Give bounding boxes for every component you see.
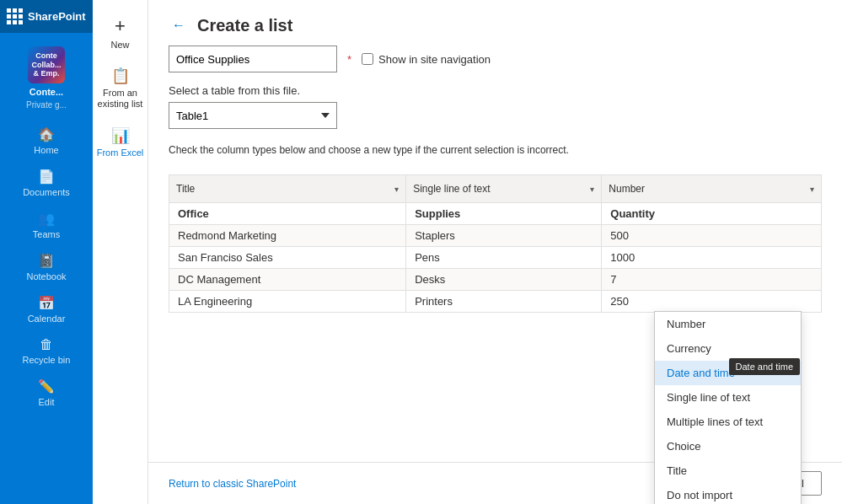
from-existing-list-button[interactable]: 📋 From an existing list [93, 60, 147, 116]
table-row: DC Management Desks 7 [169, 269, 822, 291]
cell-sf: San Franciso Sales [169, 247, 406, 269]
teams-icon: 👥 [38, 211, 55, 227]
grid-icon [7, 8, 23, 24]
sidebar-item-notebook[interactable]: 📓 Notebook [0, 246, 93, 288]
dropdown-item-currency[interactable]: Currency [655, 336, 801, 361]
cell-dc: DC Management [169, 269, 406, 291]
required-star: * [347, 53, 351, 66]
home-icon: 🏠 [38, 126, 55, 142]
col-header-singleline: Single line of text Title Number Currenc… [406, 175, 602, 203]
recycle-icon: 🗑 [40, 337, 53, 352]
new-icon: + [115, 15, 126, 37]
cell-office: Office [169, 203, 406, 225]
from-excel-label: From Excel [97, 147, 144, 158]
cell-1000: 1000 [602, 247, 822, 269]
sidebar-item-documents[interactable]: 📄 Documents [0, 162, 93, 204]
page-header: ← Create a list [148, 0, 842, 46]
from-excel-icon: 📊 [111, 126, 130, 145]
name-input[interactable] [169, 46, 337, 72]
site-logo: ConteCollab...& Emp. [28, 46, 65, 83]
sidebar-item-teams[interactable]: 👥 Teams [0, 204, 93, 246]
cell-supplies: Supplies [406, 203, 602, 225]
data-table-wrapper: Title Single line of text Number Currenc… [169, 174, 822, 313]
edit-icon: ✏️ [38, 378, 55, 394]
col-arrow-singleline: ▾ [590, 185, 594, 194]
sidebar-item-calendar[interactable]: 📅 Calendar [0, 288, 93, 330]
site-sub: Private g... [21, 100, 72, 120]
app-name: SharePoint [28, 10, 86, 23]
sidebar-item-recycle[interactable]: 🗑 Recycle bin [0, 330, 93, 372]
data-table: Title Single line of text Number Currenc… [169, 174, 822, 313]
nav-documents-label: Documents [23, 187, 70, 197]
command-bar: + New 📋 From an existing list 📊 From Exc… [93, 0, 148, 504]
nav-edit-label: Edit [39, 397, 55, 407]
new-button[interactable]: + New [93, 8, 147, 56]
dropdown-item-multiline[interactable]: Multiple lines of text [655, 410, 801, 434]
cell-redmond: Redmond Marketing [169, 225, 406, 247]
sidebar-nav: ConteCollab...& Emp. Conte... Private g.… [0, 33, 93, 504]
table-row: Office Supplies Quantity [169, 203, 822, 225]
cell-250: 250 [602, 291, 822, 313]
table-row: Redmond Marketing Staplers 500 [169, 225, 822, 247]
nav-calendar-label: Calendar [28, 314, 66, 324]
form-area: * Show in site navigation Select a table… [148, 46, 842, 313]
documents-icon: 📄 [38, 169, 55, 185]
col-type-number[interactable]: Number Currency Date and time Single lin… [609, 183, 810, 195]
col-type-singleline[interactable]: Single line of text Title Number Currenc… [413, 183, 590, 195]
table-select-row: Select a table from this file. Table1 [169, 84, 822, 129]
select-table-label: Select a table from this file. [169, 84, 822, 97]
column-type-dropdown: Number Currency Date and time Single lin… [654, 311, 802, 504]
main-panel: ← Create a list * Show in site navigatio… [148, 0, 842, 504]
from-excel-button[interactable]: 📊 From Excel [93, 120, 147, 165]
dropdown-item-singleline[interactable]: Single line of text [655, 385, 801, 410]
name-row: * Show in site navigation [169, 46, 822, 72]
check-message: Check the column types below and choose … [169, 141, 822, 163]
notebook-icon: 📓 [38, 253, 55, 269]
col-header-title: Title Single line of text Number Currenc… [169, 175, 406, 203]
from-existing-label: From an existing list [96, 88, 144, 110]
from-existing-icon: 📋 [111, 67, 130, 85]
nav-home-label: Home [34, 145, 58, 155]
col-arrow-title: ▾ [394, 185, 399, 194]
table-row: San Franciso Sales Pens 1000 [169, 247, 822, 269]
cell-7: 7 [602, 269, 822, 291]
table-header-row: Title Single line of text Number Currenc… [169, 175, 822, 203]
col-type-title[interactable]: Title Single line of text Number Currenc… [176, 183, 394, 195]
dropdown-item-number[interactable]: Number [655, 312, 801, 336]
nav-teams-label: Teams [33, 229, 60, 239]
table-body: Office Supplies Quantity Redmond Marketi… [169, 203, 822, 313]
nav-recycle-label: Recycle bin [23, 355, 71, 365]
datetime-tooltip: Date and time [729, 358, 800, 375]
new-label: New [110, 40, 129, 50]
cell-staplers: Staplers [406, 225, 602, 247]
back-button[interactable]: ← [169, 15, 189, 35]
show-in-nav-checkbox[interactable] [362, 53, 373, 65]
col-header-number: Number Currency Date and time Single lin… [602, 175, 822, 203]
calendar-icon: 📅 [38, 295, 55, 311]
dropdown-item-choice[interactable]: Choice [655, 434, 801, 458]
dropdown-item-title[interactable]: Title [655, 458, 801, 483]
table-row: LA Engineering Printers 250 [169, 291, 822, 313]
col-arrow-number[interactable]: ▾ [810, 185, 814, 194]
cell-pens: Pens [406, 247, 602, 269]
cell-500: 500 [602, 225, 822, 247]
page-title: Create a list [197, 16, 292, 35]
cell-desks: Desks [406, 269, 602, 291]
cell-quantity: Quantity [602, 203, 822, 225]
nav-notebook-label: Notebook [26, 271, 66, 281]
site-name: Conte... [24, 87, 68, 100]
cell-la: LA Engineering [169, 291, 406, 313]
table-select[interactable]: Table1 [169, 102, 337, 129]
sharepoint-sidebar: SharePoint ConteCollab...& Emp. Conte...… [0, 0, 93, 504]
cell-printers: Printers [406, 291, 602, 313]
classic-sharepoint-link[interactable]: Return to classic SharePoint [169, 478, 296, 490]
sidebar-item-edit[interactable]: ✏️ Edit [0, 372, 93, 414]
dropdown-item-noimport[interactable]: Do not import [655, 483, 801, 504]
app-header: SharePoint [0, 0, 93, 33]
show-in-nav-row: Show in site navigation [362, 53, 491, 66]
sidebar-item-home[interactable]: 🏠 Home [0, 120, 93, 162]
show-in-nav-label: Show in site navigation [378, 53, 491, 66]
